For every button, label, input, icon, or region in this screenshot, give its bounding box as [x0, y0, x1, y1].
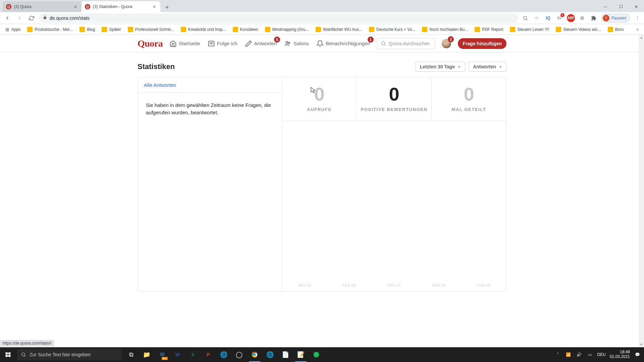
minimize-button[interactable]: ─	[598, 1, 613, 12]
profile-label: Pausiert	[611, 16, 626, 20]
bookmark-star-icon[interactable]: ☆	[533, 14, 541, 22]
apps-shortcut[interactable]: ⊞Apps	[3, 25, 23, 34]
bookmarks-bar: ⊞Apps Produktsuche - Mer... Blog Später …	[0, 24, 644, 35]
metrics-row: 0 AUFRUFE 0 POSITIVE BEWERTUNGEN 0 MAL G…	[282, 77, 506, 121]
empty-state-message: Sie haben in dem gewählten Zeitraum kein…	[138, 93, 282, 125]
bookmark-item[interactable]: Professionell Schrei...	[125, 25, 177, 34]
bookmark-item[interactable]: Deutsche Kurs + Vo...	[366, 25, 418, 34]
search-in-page-icon[interactable]	[521, 14, 529, 22]
obs-icon[interactable]: ◯	[231, 347, 247, 362]
add-question-button[interactable]: Frage hinzufügen	[458, 38, 506, 49]
app-icon[interactable]: 🌐	[216, 347, 231, 362]
scroll-up-icon[interactable]: ▲	[639, 35, 644, 40]
quora-search-input[interactable]: Quora durchsuchen	[377, 38, 435, 49]
bookmark-label: Steuern Videos wic...	[563, 27, 601, 32]
bookmark-item[interactable]: Steuern Lesen !!!!	[507, 25, 552, 34]
url-text: de.quora.com/stats	[50, 15, 90, 21]
close-tab-icon[interactable]: ×	[73, 4, 78, 9]
svg-point-11	[22, 353, 25, 356]
bookmark-item[interactable]: Kursideen	[230, 25, 261, 34]
nav-following[interactable]: Folge ich	[208, 40, 237, 47]
all-answers-tab[interactable]: Alle Antworten	[138, 77, 282, 93]
nav-answer[interactable]: Antworten 5	[245, 40, 277, 47]
search-icon	[21, 352, 26, 357]
bookmark-item[interactable]: Blog	[77, 25, 98, 34]
wifi-icon[interactable]: 📶	[565, 351, 572, 358]
nav-label: Antworten	[254, 41, 277, 46]
extensions-menu-icon[interactable]	[590, 14, 598, 22]
content-type-filter[interactable]: Antworten ▼	[469, 62, 506, 72]
file-explorer-icon[interactable]: 📁	[139, 347, 154, 362]
app-icon[interactable]: 📄	[278, 347, 293, 362]
page-title-row: Statistiken Letzten 30 Tage ▼ Antworten …	[138, 62, 506, 72]
bookmark-item[interactable]: Steuern Videos wic...	[553, 25, 604, 34]
nav-spaces[interactable]: Salons	[284, 40, 309, 47]
mail-icon[interactable]: ✉99+	[154, 347, 170, 362]
date-range-filter[interactable]: Letzten 30 Tage ▼	[416, 62, 465, 72]
user-avatar[interactable]: 2	[442, 39, 451, 48]
bookmarks-overflow[interactable]: »	[634, 26, 641, 33]
metric-shares[interactable]: 0 MAL GETEILT	[432, 77, 506, 121]
new-tab-button[interactable]: +	[162, 3, 172, 12]
profile-button[interactable]: T Pausiert	[601, 14, 630, 22]
nav-notifications[interactable]: Benachrichtigungen 1	[316, 40, 370, 47]
page-title: Statistiken	[138, 62, 175, 71]
bookmark-item[interactable]: Wahlfächer WU Aus...	[313, 25, 365, 34]
scroll-down-icon[interactable]: ▼	[639, 342, 644, 347]
bookmark-item[interactable]: Später	[99, 25, 123, 34]
nav-home[interactable]: Startseite	[169, 40, 200, 47]
language-indicator[interactable]: DEU	[597, 352, 606, 357]
taskbar-search-placeholder: Zur Suche Text hier eingeben	[30, 352, 91, 357]
volume-icon[interactable]: 🔊	[576, 351, 583, 358]
back-button[interactable]	[3, 13, 12, 23]
svg-point-5	[288, 42, 290, 44]
close-tab-icon[interactable]: ×	[152, 4, 157, 9]
metric-views[interactable]: 0 AUFRUFE	[282, 77, 357, 121]
browser-tab[interactable]: Q (3) Statistiken - Quora ×	[82, 1, 160, 12]
vertical-scrollbar[interactable]: ▲ ▼	[639, 35, 644, 347]
bell-icon	[316, 40, 324, 47]
notepad-icon[interactable]: 📝	[293, 347, 309, 362]
chrome-menu-icon[interactable]: ⋮	[633, 14, 641, 22]
forward-button[interactable]	[15, 13, 24, 23]
metric-upvotes[interactable]: 0 POSITIVE BEWERTUNGEN	[357, 77, 432, 121]
filter-label: Letzten 30 Tage	[420, 64, 455, 69]
word-icon[interactable]: W	[170, 347, 185, 362]
bookmark-item[interactable]: Noch hochladen Bu...	[419, 25, 471, 34]
reload-button[interactable]	[27, 13, 36, 23]
excel-icon[interactable]: X	[185, 347, 201, 362]
taskbar-clock[interactable]: 18:49 01.03.2021	[610, 350, 630, 359]
task-view-icon[interactable]: ⧉	[123, 347, 139, 362]
bookmark-item[interactable]: Mindmapping (Gru...	[262, 25, 312, 34]
browser-status-bar: https://de.quora.com/stats#	[0, 340, 54, 347]
chrome-icon[interactable]	[247, 347, 262, 362]
folder-icon	[27, 27, 33, 32]
maximize-button[interactable]: ☐	[613, 1, 629, 12]
folder-icon	[128, 27, 133, 32]
folder-icon	[422, 27, 427, 32]
battery-icon[interactable]: ▭	[587, 351, 593, 358]
start-button[interactable]	[0, 347, 16, 362]
quora-logo[interactable]: Quora	[138, 38, 163, 49]
extension-icon[interactable]: IQ	[544, 14, 552, 22]
action-center-icon[interactable]: 💬	[634, 351, 641, 358]
answers-list-column: Alle Antworten Sie haben in dem gewählte…	[138, 77, 282, 291]
lock-icon	[43, 15, 47, 20]
browser-tab[interactable]: Q (3) Quora ×	[3, 1, 82, 12]
address-bar[interactable]: de.quora.com/stats	[39, 13, 519, 23]
extension-icon[interactable]: ABP	[567, 14, 575, 22]
edge-icon[interactable]: 🌐	[262, 347, 278, 362]
extension-icon[interactable]: ⊞	[578, 14, 586, 22]
close-window-button[interactable]: ✕	[629, 1, 644, 12]
bookmark-item[interactable]: PDF Report	[472, 25, 506, 34]
extension-icon[interactable]: 🏷6	[555, 14, 564, 22]
taskbar-search[interactable]: Zur Suche Text hier eingeben	[17, 349, 121, 360]
bookmark-item[interactable]: Kreativität und Insp...	[178, 25, 229, 34]
powerpoint-icon[interactable]: P	[201, 347, 216, 362]
folder-icon	[181, 27, 186, 32]
bookmark-item[interactable]: Büro	[605, 25, 626, 34]
spotify-icon[interactable]	[309, 347, 324, 362]
bookmark-item[interactable]: Produktsuche - Mer...	[24, 25, 75, 34]
metric-value: 0	[435, 85, 503, 104]
tray-overflow-icon[interactable]: ˄	[554, 351, 561, 358]
